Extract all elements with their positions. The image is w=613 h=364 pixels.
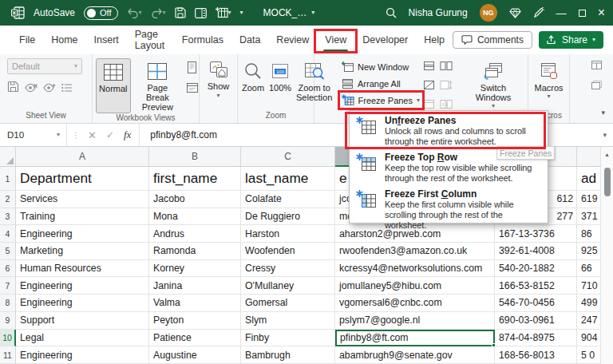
cell-C2[interactable]: Colafate <box>241 191 335 208</box>
zoom-button[interactable]: Zoom <box>239 58 267 111</box>
row-header-1[interactable]: 1 <box>0 167 16 191</box>
cell-E8[interactable]: 546-70-0456 <box>495 295 577 312</box>
tab-view[interactable]: View <box>317 26 354 54</box>
cell-E11[interactable]: 168-56-8013 <box>495 346 577 364</box>
avatar[interactable]: NG <box>480 4 497 22</box>
sheet-view-options-icon[interactable] <box>61 81 73 96</box>
row-header-8[interactable]: 8 <box>0 295 16 312</box>
cell-D9[interactable]: pslym7@google.nl <box>335 312 495 330</box>
cell-B10[interactable]: Patience <box>149 330 241 347</box>
hide-icon[interactable] <box>423 79 435 93</box>
row-header-6[interactable]: 6 <box>0 260 16 278</box>
tab-formulas[interactable]: Formulas <box>174 26 231 54</box>
normal-view-button[interactable]: Normal <box>96 58 131 113</box>
row-header-2[interactable]: 2 <box>0 191 16 208</box>
cell-E7[interactable]: 166-53-8152 <box>495 277 577 295</box>
cell-E6[interactable]: 540-20-1882 <box>495 260 577 278</box>
cell-D6[interactable]: kcressy4@networksolutions.com <box>335 260 495 278</box>
exit-sheet-view-icon[interactable] <box>25 81 38 96</box>
new-table-icon[interactable]: ▾ <box>216 7 231 18</box>
column-header-b[interactable]: B <box>149 147 241 167</box>
macros-button[interactable]: Macros ▾ <box>532 58 565 111</box>
cell-E9[interactable]: 690-03-0961 <box>495 312 577 330</box>
cell-D8[interactable]: vgomersal6@cnbc.com <box>335 295 495 312</box>
cancel-entry-icon[interactable]: ✕ <box>88 129 97 141</box>
menu-item-unfreeze-panes[interactable]: Unfreeze PanesUnlock all rows and column… <box>350 112 548 148</box>
cell-C9[interactable]: Slym <box>241 312 335 330</box>
cell-A3[interactable]: Training <box>16 208 149 226</box>
column-header-c[interactable]: C <box>241 147 335 167</box>
view-side-by-side-icon[interactable] <box>440 60 453 74</box>
cell-A8[interactable]: Engineering <box>16 295 149 312</box>
cell-F3[interactable]: 371 <box>577 208 600 226</box>
freeze-panes-button[interactable]: Freeze Panes ▾ <box>342 92 420 109</box>
tab-developer[interactable]: Developer <box>354 26 416 54</box>
row-header-3[interactable]: 3 <box>0 208 16 226</box>
tab-home[interactable]: Home <box>43 26 85 54</box>
document-title[interactable]: MOCK_… ▾ <box>263 7 315 18</box>
row-header-9[interactable]: 9 <box>0 312 16 330</box>
cell-B8[interactable]: Valma <box>149 295 241 312</box>
tab-page-layout[interactable]: Page Layout <box>127 26 174 54</box>
cell-F1[interactable]: ad <box>577 167 600 191</box>
expand-formula-bar-chevron[interactable]: ▾ <box>603 131 607 139</box>
autosave-toggle[interactable]: Off <box>84 6 117 20</box>
cell-C1[interactable]: last_name <box>241 167 335 191</box>
cell-D7[interactable]: jomullaney5@hibu.com <box>335 277 495 295</box>
cell-A2[interactable]: Services <box>16 191 149 208</box>
cell-E10[interactable]: 874-04-8975 <box>495 330 577 347</box>
formula-bar-value[interactable]: pfinby8@ft.com <box>140 129 217 140</box>
cell-D10[interactable]: pfinby8@ft.com <box>335 330 495 347</box>
custom-views-icon[interactable] <box>186 82 199 97</box>
row-header-7[interactable]: 7 <box>0 277 16 295</box>
cell-C3[interactable]: De Ruggiero <box>241 208 335 226</box>
row-header-5[interactable]: 5 <box>0 243 16 260</box>
scrollbar-thumb[interactable] <box>604 168 611 196</box>
cell-D5[interactable]: rwoofenden3@amazon.co.uk <box>335 243 495 260</box>
search-icon[interactable] <box>386 7 397 18</box>
scroll-up-arrow[interactable]: ▲ <box>601 147 613 161</box>
new-window-button[interactable]: New Window <box>342 58 420 75</box>
tab-data[interactable]: Data <box>231 26 268 54</box>
cell-C5[interactable]: Woofenden <box>241 243 335 260</box>
cell-B3[interactable]: Mona <box>149 208 241 226</box>
select-all-corner[interactable] <box>0 147 16 167</box>
cell-D11[interactable]: abambrugh9@senate.gov <box>335 346 495 364</box>
cell-C7[interactable]: O'Mullaney <box>241 277 335 295</box>
book-view-icon[interactable] <box>195 8 207 18</box>
cell-A5[interactable]: Marketing <box>16 243 149 260</box>
collapse-ribbon-chevron[interactable]: ▾ <box>601 109 605 117</box>
cell-F5[interactable]: 925 <box>577 243 600 260</box>
cell-A1[interactable]: Department <box>16 167 149 191</box>
cell-E5[interactable]: 392-61-4008 <box>495 243 577 260</box>
keep-sheet-view-icon[interactable] <box>7 81 19 96</box>
tab-review[interactable]: Review <box>268 26 317 54</box>
cell-C11[interactable]: Bambrugh <box>241 346 335 364</box>
vertical-scrollbar[interactable]: ▲ <box>600 147 613 364</box>
cell-F10[interactable]: 904 <box>577 330 600 347</box>
undo-button[interactable]: ▾ <box>127 8 142 18</box>
close-button[interactable]: × <box>598 6 605 20</box>
insert-function-icon[interactable]: fx <box>124 129 131 141</box>
window-pane-icon[interactable] <box>591 59 603 73</box>
split-icon[interactable] <box>423 60 435 74</box>
show-button[interactable]: Show ▾ <box>208 58 230 120</box>
cell-F7[interactable]: 710 <box>577 277 600 295</box>
cell-A7[interactable]: Engineering <box>16 277 149 295</box>
cell-F2[interactable]: 619 <box>577 191 600 208</box>
row-header-4[interactable]: 4 <box>0 225 16 243</box>
editing-pen-icon[interactable] <box>533 7 544 18</box>
page-layout-view-icon[interactable] <box>186 61 199 77</box>
cell-B1[interactable]: first_name <box>149 167 241 191</box>
synchronous-scrolling-icon[interactable] <box>440 79 453 93</box>
cell-F4[interactable]: 86 <box>577 225 600 243</box>
cell-A6[interactable]: Human Resources <box>16 260 149 278</box>
sheet-view-dropdown[interactable]: Default ▾ <box>7 58 82 74</box>
cell-C4[interactable]: Harston <box>241 225 335 243</box>
cell-F9[interactable]: 247 <box>577 312 600 330</box>
cell-B4[interactable]: Andrus <box>149 225 241 243</box>
user-name[interactable]: Nisha Gurung <box>409 7 468 18</box>
zoom-100-button[interactable]: 100 100% <box>268 58 292 111</box>
cell-B11[interactable]: Augustine <box>149 346 241 364</box>
maximize-button[interactable] <box>579 10 586 17</box>
